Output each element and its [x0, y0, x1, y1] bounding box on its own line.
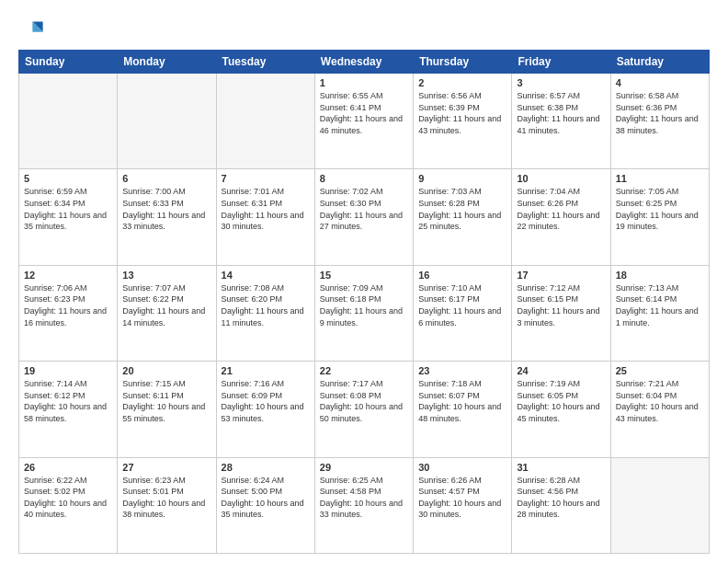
calendar-cell: 7Sunrise: 7:01 AM Sunset: 6:31 PM Daylig… [216, 169, 314, 265]
day-number: 9 [418, 173, 506, 184]
calendar-cell: 11Sunrise: 7:05 AM Sunset: 6:25 PM Dayli… [610, 169, 709, 265]
day-info: Sunrise: 6:56 AM Sunset: 6:39 PM Dayligh… [418, 90, 506, 136]
day-info: Sunrise: 7:15 AM Sunset: 6:11 PM Dayligh… [122, 378, 210, 424]
day-info: Sunrise: 6:25 AM Sunset: 4:58 PM Dayligh… [320, 475, 408, 521]
day-number: 11 [616, 173, 704, 184]
calendar-header-row: SundayMondayTuesdayWednesdayThursdayFrid… [19, 51, 710, 74]
calendar-cell: 8Sunrise: 7:02 AM Sunset: 6:30 PM Daylig… [314, 169, 413, 265]
day-info: Sunrise: 6:22 AM Sunset: 5:02 PM Dayligh… [24, 475, 112, 521]
day-number: 18 [616, 270, 704, 281]
day-number: 2 [418, 77, 506, 88]
weekday-header-friday: Friday [512, 51, 610, 74]
day-number: 19 [24, 365, 112, 376]
day-number: 16 [418, 270, 506, 281]
calendar-cell: 21Sunrise: 7:16 AM Sunset: 6:09 PM Dayli… [216, 362, 314, 457]
calendar-cell: 25Sunrise: 7:21 AM Sunset: 6:04 PM Dayli… [610, 362, 709, 457]
calendar-cell [216, 74, 314, 169]
day-info: Sunrise: 6:28 AM Sunset: 4:56 PM Dayligh… [517, 475, 605, 521]
day-number: 12 [24, 270, 112, 281]
calendar-cell: 19Sunrise: 7:14 AM Sunset: 6:12 PM Dayli… [19, 362, 118, 457]
day-info: Sunrise: 7:04 AM Sunset: 6:26 PM Dayligh… [517, 186, 605, 232]
day-info: Sunrise: 7:06 AM Sunset: 6:23 PM Dayligh… [24, 282, 112, 328]
day-info: Sunrise: 7:12 AM Sunset: 6:15 PM Dayligh… [517, 282, 605, 328]
day-info: Sunrise: 7:03 AM Sunset: 6:28 PM Dayligh… [418, 186, 506, 232]
day-number: 25 [616, 365, 704, 376]
calendar-cell: 1Sunrise: 6:55 AM Sunset: 6:41 PM Daylig… [314, 74, 413, 169]
day-info: Sunrise: 7:17 AM Sunset: 6:08 PM Dayligh… [320, 378, 408, 424]
day-number: 28 [222, 462, 310, 473]
calendar-cell: 3Sunrise: 6:57 AM Sunset: 6:38 PM Daylig… [512, 74, 610, 169]
logo [18, 17, 48, 42]
day-number: 6 [122, 173, 210, 184]
day-info: Sunrise: 7:21 AM Sunset: 6:04 PM Dayligh… [616, 378, 704, 424]
day-number: 22 [320, 365, 408, 376]
weekday-header-saturday: Saturday [610, 51, 709, 74]
calendar-cell: 24Sunrise: 7:19 AM Sunset: 6:05 PM Dayli… [512, 362, 610, 457]
logo-icon [18, 17, 44, 42]
calendar-cell: 13Sunrise: 7:07 AM Sunset: 6:22 PM Dayli… [118, 265, 216, 361]
day-info: Sunrise: 7:08 AM Sunset: 6:20 PM Dayligh… [222, 282, 310, 328]
day-number: 27 [122, 462, 210, 473]
calendar-cell: 6Sunrise: 7:00 AM Sunset: 6:33 PM Daylig… [118, 169, 216, 265]
day-info: Sunrise: 7:07 AM Sunset: 6:22 PM Dayligh… [122, 282, 210, 328]
calendar-cell [118, 74, 216, 169]
day-number: 15 [320, 270, 408, 281]
calendar-week-3: 12Sunrise: 7:06 AM Sunset: 6:23 PM Dayli… [19, 265, 710, 361]
calendar-cell [610, 457, 709, 553]
day-info: Sunrise: 6:55 AM Sunset: 6:41 PM Dayligh… [320, 90, 408, 136]
calendar-cell [19, 74, 118, 169]
calendar-cell: 16Sunrise: 7:10 AM Sunset: 6:17 PM Dayli… [414, 265, 512, 361]
calendar-week-2: 5Sunrise: 6:59 AM Sunset: 6:34 PM Daylig… [19, 169, 710, 265]
day-number: 13 [122, 270, 210, 281]
day-number: 23 [418, 365, 506, 376]
calendar-cell: 5Sunrise: 6:59 AM Sunset: 6:34 PM Daylig… [19, 169, 118, 265]
day-number: 4 [616, 77, 704, 88]
calendar-cell: 17Sunrise: 7:12 AM Sunset: 6:15 PM Dayli… [512, 265, 610, 361]
day-info: Sunrise: 7:02 AM Sunset: 6:30 PM Dayligh… [320, 186, 408, 232]
calendar-cell: 18Sunrise: 7:13 AM Sunset: 6:14 PM Dayli… [610, 265, 709, 361]
calendar-week-1: 1Sunrise: 6:55 AM Sunset: 6:41 PM Daylig… [19, 74, 710, 169]
weekday-header-sunday: Sunday [19, 51, 118, 74]
day-info: Sunrise: 7:09 AM Sunset: 6:18 PM Dayligh… [320, 282, 408, 328]
day-number: 24 [517, 365, 605, 376]
day-info: Sunrise: 6:59 AM Sunset: 6:34 PM Dayligh… [24, 186, 112, 232]
day-info: Sunrise: 7:10 AM Sunset: 6:17 PM Dayligh… [418, 282, 506, 328]
day-info: Sunrise: 6:24 AM Sunset: 5:00 PM Dayligh… [222, 475, 310, 521]
day-number: 17 [517, 270, 605, 281]
calendar-cell: 10Sunrise: 7:04 AM Sunset: 6:26 PM Dayli… [512, 169, 610, 265]
day-info: Sunrise: 7:14 AM Sunset: 6:12 PM Dayligh… [24, 378, 112, 424]
day-info: Sunrise: 6:23 AM Sunset: 5:01 PM Dayligh… [122, 475, 210, 521]
calendar-cell: 29Sunrise: 6:25 AM Sunset: 4:58 PM Dayli… [314, 457, 413, 553]
day-info: Sunrise: 7:00 AM Sunset: 6:33 PM Dayligh… [122, 186, 210, 232]
calendar-cell: 4Sunrise: 6:58 AM Sunset: 6:36 PM Daylig… [610, 74, 709, 169]
calendar-cell: 31Sunrise: 6:28 AM Sunset: 4:56 PM Dayli… [512, 457, 610, 553]
day-number: 5 [24, 173, 112, 184]
day-number: 26 [24, 462, 112, 473]
day-number: 21 [222, 365, 310, 376]
page: SundayMondayTuesdayWednesdayThursdayFrid… [0, 0, 728, 563]
day-number: 31 [517, 462, 605, 473]
day-info: Sunrise: 6:58 AM Sunset: 6:36 PM Dayligh… [616, 90, 704, 136]
calendar-table: SundayMondayTuesdayWednesdayThursdayFrid… [18, 50, 710, 554]
calendar-cell: 2Sunrise: 6:56 AM Sunset: 6:39 PM Daylig… [414, 74, 512, 169]
day-info: Sunrise: 7:01 AM Sunset: 6:31 PM Dayligh… [222, 186, 310, 232]
day-info: Sunrise: 7:18 AM Sunset: 6:07 PM Dayligh… [418, 378, 506, 424]
day-info: Sunrise: 7:13 AM Sunset: 6:14 PM Dayligh… [616, 282, 704, 328]
day-info: Sunrise: 6:26 AM Sunset: 4:57 PM Dayligh… [418, 475, 506, 521]
day-number: 14 [222, 270, 310, 281]
calendar-week-5: 26Sunrise: 6:22 AM Sunset: 5:02 PM Dayli… [19, 457, 710, 553]
calendar-cell: 22Sunrise: 7:17 AM Sunset: 6:08 PM Dayli… [314, 362, 413, 457]
day-info: Sunrise: 7:16 AM Sunset: 6:09 PM Dayligh… [222, 378, 310, 424]
weekday-header-thursday: Thursday [414, 51, 512, 74]
header [18, 17, 710, 42]
day-number: 3 [517, 77, 605, 88]
calendar-cell: 12Sunrise: 7:06 AM Sunset: 6:23 PM Dayli… [19, 265, 118, 361]
weekday-header-monday: Monday [118, 51, 216, 74]
calendar-cell: 15Sunrise: 7:09 AM Sunset: 6:18 PM Dayli… [314, 265, 413, 361]
weekday-header-tuesday: Tuesday [216, 51, 314, 74]
day-number: 7 [222, 173, 310, 184]
weekday-header-wednesday: Wednesday [314, 51, 413, 74]
day-number: 8 [320, 173, 408, 184]
calendar-cell: 28Sunrise: 6:24 AM Sunset: 5:00 PM Dayli… [216, 457, 314, 553]
calendar-cell: 26Sunrise: 6:22 AM Sunset: 5:02 PM Dayli… [19, 457, 118, 553]
